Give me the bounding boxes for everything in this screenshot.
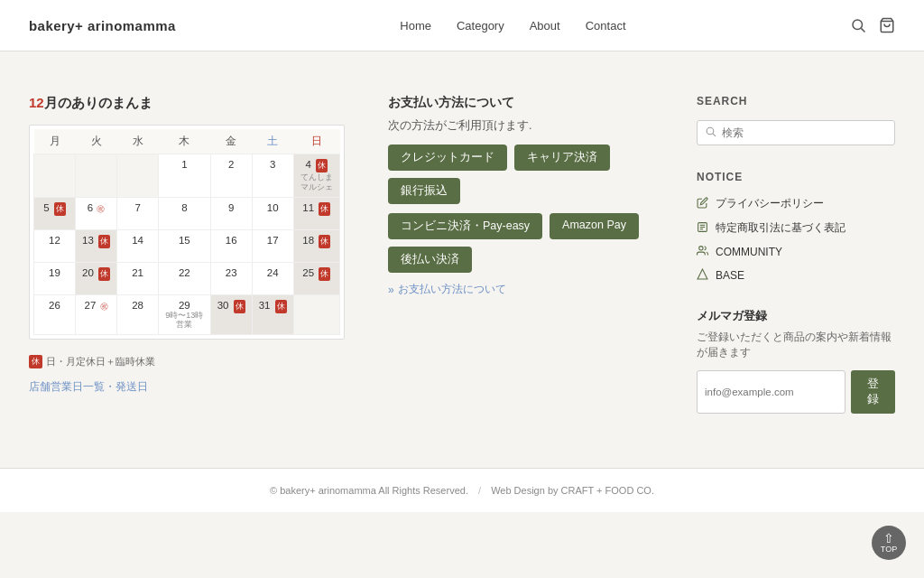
cal-day-20: 20 休 (76, 262, 117, 294)
cal-header-sun: 日 (293, 129, 339, 154)
shop-hours-link[interactable]: 店舗営業日一覧・発送日 (29, 379, 148, 395)
privacy-link[interactable]: プライバシーポリシー (716, 196, 824, 211)
cal-day-25: 25 休 (293, 262, 339, 294)
cal-day-12: 12 (34, 229, 76, 262)
base-icon (697, 268, 708, 283)
newsletter-description: ご登録いただくと商品の案内や新着情報が届きます (697, 330, 895, 361)
cal-day-29: 29 9時〜13時営業 (159, 294, 211, 335)
cal-day-8: 8 (159, 197, 211, 229)
nav-category[interactable]: Category (457, 19, 504, 33)
community-icon (697, 245, 708, 259)
payment-tag-credit: クレジットカード (388, 144, 507, 171)
cal-day-5: 5 休 (34, 197, 76, 229)
edit-icon (697, 197, 708, 211)
svg-line-1 (861, 28, 864, 32)
cart-button[interactable] (879, 17, 895, 33)
payment-section: お支払い方法について 次の方法がご利用頂けます. クレジットカード キャリア決済… (388, 95, 668, 395)
newsletter-submit-button[interactable]: 登録 (851, 370, 895, 414)
cal-day-22: 22 (159, 262, 211, 294)
footer-divider: / (478, 485, 481, 496)
cal-day-31: 31 休 (252, 294, 293, 335)
calendar-heading: 12月のありのまんま (29, 95, 345, 112)
cal-day-16: 16 (210, 229, 252, 262)
svg-point-9 (699, 247, 703, 250)
cal-day-11: 11 休 (293, 197, 339, 229)
newsletter-section: メルマガ登録 ご登録いただくと商品の案内や新着情報が届きます 登録 (697, 308, 895, 414)
svg-marker-10 (698, 269, 707, 279)
cal-day-2: 2 (210, 154, 252, 198)
cal-day-24: 24 (252, 262, 293, 294)
cal-day-7: 7 (117, 197, 159, 229)
search-button[interactable] (850, 17, 866, 33)
cal-empty (76, 154, 117, 198)
community-link[interactable]: COMMUNITY (716, 246, 782, 258)
cal-header-mon: 月 (34, 129, 76, 154)
notice-heading: NOTICE (697, 171, 895, 187)
cal-day-18: 18 休 (293, 229, 339, 262)
nav-home[interactable]: Home (400, 19, 431, 33)
cal-day-13: 13 休 (76, 229, 117, 262)
calendar-legend: 休 日・月定休日＋臨時休業 (29, 355, 345, 368)
payment-tags-row2: コンビニ決済・Pay-easy Amazon Pay 後払い決済 (388, 213, 668, 273)
sidebar: SEARCH NOTICE プライバシーポリシー (697, 95, 895, 414)
payment-subtitle: 次の方法がご利用頂けます. (388, 118, 668, 134)
payment-tag-carrier: キャリア決済 (514, 144, 610, 171)
newsletter-email-input[interactable] (697, 370, 845, 414)
payment-more-link[interactable]: » お支払い方法について (388, 282, 668, 297)
cal-day-3: 3 (252, 154, 293, 198)
notice-community: COMMUNITY (697, 245, 895, 259)
payment-tag-bank: 銀行振込 (388, 178, 460, 204)
cal-day-14: 14 (117, 229, 159, 262)
cal-day-10: 10 (252, 197, 293, 229)
site-title: bakery+ arinomamma (29, 18, 176, 33)
cal-day-15: 15 (159, 229, 211, 262)
cal-day-19: 19 (34, 262, 76, 294)
payment-heading: お支払い方法について (388, 95, 668, 111)
cal-day-23: 23 (210, 262, 252, 294)
search-icon (705, 126, 716, 140)
sidebar-notice-section: NOTICE プライバシーポリシー 特定商取引法に基づく表記 (697, 171, 895, 283)
cal-day-9: 9 (210, 197, 252, 229)
newsletter-form: 登録 (697, 370, 895, 414)
cal-empty (117, 154, 159, 198)
nav-contact[interactable]: Contact (586, 19, 626, 33)
cal-empty (293, 294, 339, 335)
search-heading: SEARCH (697, 95, 895, 111)
payment-tag-amazon: Amazon Pay (550, 213, 639, 239)
search-box[interactable] (697, 120, 895, 145)
svg-point-0 (853, 20, 863, 30)
nav-about[interactable]: About (530, 19, 560, 33)
cal-day-1: 1 (159, 154, 211, 198)
notice-privacy: プライバシーポリシー (697, 196, 895, 211)
sidebar-search-section: SEARCH (697, 95, 895, 145)
cal-day-30: 30 休 (210, 294, 252, 335)
calendar-table: 月 火 水 木 金 土 日 (33, 129, 340, 335)
cal-day-4: 4 休 てんしまマルシェ (293, 154, 339, 198)
cal-day-6: 6 ㊗ (76, 197, 117, 229)
payment-tag-later: 後払い決済 (388, 247, 472, 273)
cal-header-sat: 土 (252, 129, 293, 154)
cal-header-tue: 火 (76, 129, 117, 154)
cal-header-fri: 金 (210, 129, 252, 154)
payment-tag-convenience: コンビニ決済・Pay-easy (388, 213, 542, 239)
cal-day-28: 28 (117, 294, 159, 335)
cal-day-21: 21 (117, 262, 159, 294)
base-link[interactable]: BASE (716, 269, 744, 282)
footer-credit: Web Design by CRAFT + FOOD CO. (491, 485, 654, 496)
notice-law: 特定商取引法に基づく表記 (697, 220, 895, 236)
newsletter-heading: メルマガ登録 (697, 308, 895, 324)
search-input[interactable] (722, 126, 857, 139)
doc-icon (697, 221, 708, 236)
cal-day-17: 17 (252, 229, 293, 262)
copyright: © bakery+ arinomamma All Rights Reserved… (270, 485, 468, 496)
svg-point-3 (707, 127, 714, 135)
main-nav: Home Category About Contact (400, 19, 625, 33)
notice-base: BASE (697, 268, 895, 283)
cal-day-27: 27 ㊗ (76, 294, 117, 335)
notice-list: プライバシーポリシー 特定商取引法に基づく表記 COMMUNITY (697, 196, 895, 283)
cal-day-26: 26 (34, 294, 76, 335)
cal-header-wed: 水 (117, 129, 159, 154)
law-link[interactable]: 特定商取引法に基づく表記 (716, 220, 845, 236)
cal-empty (34, 154, 76, 198)
svg-line-4 (713, 134, 716, 136)
